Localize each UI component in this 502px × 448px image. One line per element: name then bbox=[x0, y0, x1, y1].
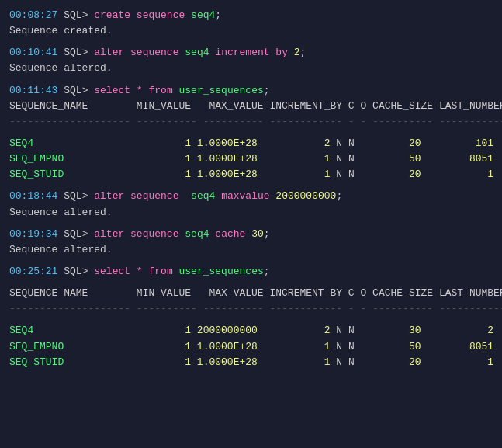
sql-token: sequence bbox=[130, 47, 178, 58]
table-header: SEQUENCE_NAME MIN_VALUE MAX_VALUE INCREM… bbox=[9, 286, 493, 301]
col-name: SEQ_EMPNO bbox=[9, 341, 130, 352]
col-min: 1 bbox=[130, 168, 191, 180]
col-co: N N bbox=[331, 168, 355, 180]
col-max: 1.0000E+28 bbox=[191, 356, 258, 368]
command-line: 00:10:41 SQL> alter sequence seq4 increm… bbox=[9, 45, 493, 61]
col-cache: 30 bbox=[355, 325, 421, 336]
col-inc: 1 bbox=[258, 356, 331, 368]
sql-prompt: SQL> bbox=[57, 47, 94, 58]
col-max: 2000000000 bbox=[191, 325, 258, 336]
result-line: Sequence altered. bbox=[9, 205, 493, 221]
sql-token: ; bbox=[264, 266, 270, 277]
col-last: 2 bbox=[421, 325, 494, 336]
blank-line bbox=[9, 77, 493, 83]
table-row: SEQ_EMPNO 1 1.0000E+28 1 N N 50 8051 bbox=[9, 339, 493, 355]
sql-token: 2 bbox=[294, 47, 300, 58]
sql-token bbox=[130, 85, 137, 96]
sql-token: maxvalue bbox=[221, 190, 269, 202]
col-max: 1.0000E+28 bbox=[191, 137, 258, 149]
sql-prompt: SQL> bbox=[57, 228, 94, 240]
sql-token: ; bbox=[336, 190, 342, 202]
sql-prompt: SQL> bbox=[57, 85, 94, 96]
col-min: 1 bbox=[130, 341, 191, 352]
command-line: 00:18:44 SQL> alter sequence seq4 maxval… bbox=[9, 189, 493, 204]
col-cache: 50 bbox=[355, 341, 421, 352]
sql-token: * bbox=[137, 85, 143, 96]
sql-token bbox=[124, 190, 130, 202]
col-last: 1 bbox=[421, 356, 494, 368]
result-line: Sequence created. bbox=[9, 23, 493, 39]
blank-line bbox=[9, 221, 493, 227]
sql-prompt: SQL> bbox=[57, 190, 94, 202]
col-co: N N bbox=[331, 341, 355, 352]
sql-token: ; bbox=[264, 85, 270, 96]
sql-token: alter bbox=[94, 47, 124, 58]
sql-token: sequence bbox=[137, 9, 185, 21]
col-name: SEQ_STUID bbox=[9, 168, 130, 180]
col-cache: 20 bbox=[355, 356, 421, 368]
sql-token bbox=[185, 9, 191, 21]
sql-token bbox=[215, 190, 221, 202]
table-separator: -------------------- ---------- --------… bbox=[9, 114, 493, 130]
col-last: 8051 bbox=[421, 153, 494, 165]
sql-token: from bbox=[148, 266, 172, 277]
sql-token: seq4 bbox=[191, 190, 215, 202]
blank-line bbox=[9, 130, 493, 136]
table-row: SEQ_EMPNO 1 1.0000E+28 1 N N 50 8051 bbox=[9, 151, 493, 167]
col-last: 8051 bbox=[421, 341, 494, 352]
col-min: 1 bbox=[130, 325, 191, 336]
blank-line bbox=[9, 39, 493, 45]
sql-token: increment bbox=[215, 47, 269, 58]
sql-token: cache bbox=[215, 228, 245, 240]
col-co: N N bbox=[331, 325, 355, 336]
sql-token: ; bbox=[264, 228, 270, 240]
table-row: SEQ_STUID 1 1.0000E+28 1 N N 20 1 bbox=[9, 167, 493, 182]
sql-token bbox=[173, 85, 179, 96]
blank-line bbox=[9, 258, 493, 264]
sql-token: user_sequences bbox=[179, 85, 264, 96]
col-co: N N bbox=[331, 356, 355, 368]
sql-token: 2000000000 bbox=[275, 190, 336, 202]
sql-token bbox=[124, 228, 130, 240]
col-name: SEQ4 bbox=[9, 325, 130, 336]
col-inc: 2 bbox=[258, 137, 331, 149]
blank-line bbox=[9, 182, 493, 189]
col-name: SEQ_EMPNO bbox=[9, 153, 130, 165]
sql-token: alter bbox=[94, 228, 124, 240]
sql-token: 30 bbox=[251, 228, 264, 240]
col-co: N N bbox=[331, 137, 355, 149]
command-line: 00:19:34 SQL> alter sequence seq4 cache … bbox=[9, 227, 493, 242]
col-max: 1.0000E+28 bbox=[191, 153, 258, 165]
col-inc: 2 bbox=[258, 325, 331, 336]
sql-token bbox=[124, 47, 130, 58]
sql-token: ; bbox=[215, 9, 221, 21]
sql-token: alter bbox=[94, 190, 124, 202]
sql-token bbox=[130, 9, 137, 21]
col-max: 1.0000E+28 bbox=[191, 168, 258, 180]
timestamp: 00:11:43 bbox=[9, 85, 57, 96]
table-row: SEQ4 1 1.0000E+28 2 N N 20 101 bbox=[9, 136, 493, 151]
col-cache: 20 bbox=[355, 137, 421, 149]
col-name: SEQ4 bbox=[9, 137, 130, 149]
sql-token: ; bbox=[300, 47, 306, 58]
col-last: 101 bbox=[421, 137, 494, 149]
timestamp: 00:18:44 bbox=[9, 190, 57, 202]
sql-token: create bbox=[94, 9, 130, 21]
col-inc: 1 bbox=[258, 341, 331, 352]
result-line: Sequence altered. bbox=[9, 242, 493, 258]
sql-token: seq4 bbox=[191, 9, 215, 21]
col-last: 1 bbox=[421, 168, 494, 180]
timestamp: 00:25:21 bbox=[9, 266, 57, 277]
command-line: 00:25:21 SQL> select * from user_sequenc… bbox=[9, 264, 493, 280]
col-min: 1 bbox=[130, 356, 191, 368]
table-header: SEQUENCE_NAME MIN_VALUE MAX_VALUE INCREM… bbox=[9, 99, 493, 114]
sql-token: from bbox=[148, 85, 172, 96]
sql-token bbox=[178, 190, 191, 202]
command-line: 00:08:27 SQL> create sequence seq4; bbox=[9, 8, 493, 23]
sql-token: seq4 bbox=[185, 47, 209, 58]
col-inc: 1 bbox=[258, 153, 331, 165]
sql-prompt: SQL> bbox=[57, 9, 94, 21]
sql-token bbox=[173, 266, 179, 277]
sql-prompt: SQL> bbox=[57, 266, 94, 277]
sql-token: by bbox=[275, 47, 288, 58]
